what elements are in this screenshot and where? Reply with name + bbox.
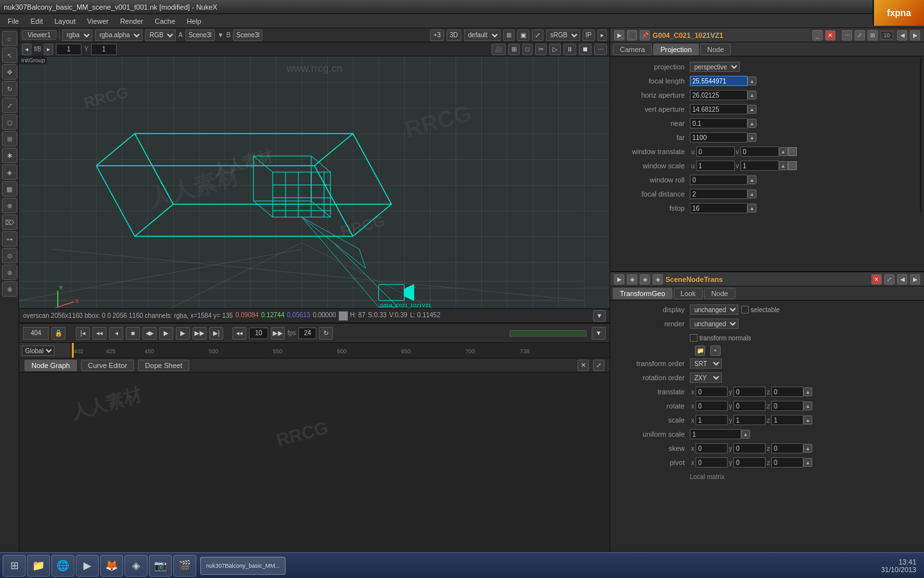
- scale-x[interactable]: [696, 415, 728, 425]
- viewer-tab[interactable]: Viewer1: [22, 30, 56, 40]
- prop-focal-input[interactable]: [690, 76, 748, 86]
- tp-play[interactable]: ▶: [159, 327, 173, 340]
- props-p2[interactable]: ▶: [910, 30, 920, 40]
- plus3-btn[interactable]: +3: [430, 30, 443, 41]
- scale-y[interactable]: [733, 415, 766, 425]
- toolbar-t7[interactable]: ⌦: [2, 215, 17, 230]
- scale-z[interactable]: [771, 415, 803, 425]
- scene-torder-select[interactable]: SRT: [690, 358, 722, 369]
- tp-prev[interactable]: ◂: [109, 327, 123, 340]
- clip-btn[interactable]: ✂: [535, 44, 547, 55]
- ng-close[interactable]: ✕: [578, 360, 589, 371]
- focal-arrow[interactable]: ▲: [748, 76, 757, 85]
- timeline-bar[interactable]: Global 402 425 450 500 550 600 650: [19, 343, 610, 358]
- aspect-btn[interactable]: ▣: [517, 30, 529, 41]
- skew-x[interactable]: [696, 443, 728, 453]
- tp-stop[interactable]: ■: [126, 327, 140, 340]
- toolbar-select[interactable]: ↖: [2, 48, 17, 63]
- menu-edit[interactable]: Edit: [26, 16, 48, 26]
- far-arrow[interactable]: ▲: [748, 133, 757, 142]
- wt-arrow[interactable]: ▲: [779, 147, 788, 156]
- prop-focaldist-input[interactable]: [690, 189, 748, 199]
- props-pin[interactable]: 📌: [640, 30, 650, 40]
- channel-select[interactable]: rgba: [62, 30, 92, 41]
- uscale-arrow[interactable]: ▲: [741, 430, 750, 439]
- taskbar-active-window[interactable]: nuk307Balcony_basic_MM...: [200, 557, 286, 575]
- ws-v-input[interactable]: [740, 161, 779, 171]
- next-frame-btn[interactable]: ▸: [44, 44, 53, 55]
- tab-curve-editor[interactable]: Curve Editor: [81, 360, 134, 371]
- snap-btn[interactable]: ⊞: [503, 30, 515, 41]
- scene-p2[interactable]: ▶: [910, 274, 920, 285]
- prop-vaperture-input[interactable]: [690, 104, 748, 114]
- haperture-arrow[interactable]: ▲: [748, 91, 757, 100]
- channel-b-select[interactable]: rgba.alpha: [95, 30, 142, 41]
- near-arrow[interactable]: ▲: [748, 119, 757, 128]
- ptab-camera[interactable]: Camera: [613, 44, 652, 55]
- taskbar-app3[interactable]: 🎬: [173, 555, 196, 577]
- bbox-btn[interactable]: □: [522, 44, 533, 55]
- fstop-arrow[interactable]: ▲: [748, 204, 757, 213]
- props-expand[interactable]: ⤢: [855, 30, 865, 40]
- a-input[interactable]: Scene3l: [185, 30, 215, 41]
- wt-u-input[interactable]: [696, 146, 735, 157]
- prop-far-input[interactable]: [690, 132, 748, 143]
- tp-begin[interactable]: |◂: [76, 327, 90, 340]
- menu-viewer[interactable]: Viewer: [82, 16, 114, 26]
- menu-render[interactable]: Render: [115, 16, 148, 26]
- prop-haperture-input[interactable]: [690, 90, 748, 100]
- tab-node-graph[interactable]: Node Graph: [24, 360, 77, 371]
- taskbar-app2[interactable]: 📷: [149, 555, 172, 577]
- taskbar-ff[interactable]: 🦊: [100, 555, 123, 577]
- y-value-input[interactable]: [91, 44, 117, 55]
- tp-loop[interactable]: ↻: [319, 327, 333, 340]
- toolbar-t10[interactable]: ⊛: [2, 265, 17, 280]
- props-close-r[interactable]: ✕: [825, 30, 835, 40]
- mode-select[interactable]: default: [464, 30, 501, 41]
- scene-p1[interactable]: ◀: [897, 274, 907, 285]
- start-btn[interactable]: ⊞: [3, 555, 26, 577]
- prev-frame-btn[interactable]: ◂: [22, 44, 31, 55]
- tp-play-back[interactable]: ◂▶: [142, 327, 157, 340]
- pivot-x[interactable]: [696, 457, 728, 468]
- skew-z[interactable]: [771, 443, 803, 453]
- viewport-3d[interactable]: RRCG 人人素材 RRCG: [19, 57, 610, 308]
- toolbar-t3[interactable]: ✱: [2, 148, 17, 163]
- pivot-y[interactable]: [733, 457, 766, 468]
- tp-prev-kf[interactable]: ◂◂: [92, 327, 107, 340]
- scene-icon-folder[interactable]: 📁: [695, 346, 705, 356]
- toolbar-home[interactable]: ⌂: [2, 31, 17, 46]
- menu-layout[interactable]: Layout: [49, 16, 81, 26]
- ptab-node[interactable]: Node: [700, 44, 731, 55]
- toolbar-t6[interactable]: ⊕: [2, 198, 17, 213]
- stop-btn[interactable]: ⏹: [579, 44, 592, 55]
- frame-display[interactable]: 404: [23, 327, 49, 340]
- focaldist-arrow[interactable]: ▲: [748, 189, 757, 198]
- scene-display-select[interactable]: unchanged: [690, 304, 739, 315]
- grid-btn[interactable]: ⊞: [508, 44, 520, 55]
- translate-y[interactable]: [733, 387, 766, 397]
- taskbar-app1[interactable]: ◈: [124, 555, 148, 577]
- toolbar-t9[interactable]: ⊙: [2, 248, 17, 263]
- toolbar-scale[interactable]: ⤢: [2, 98, 17, 113]
- mode3d-btn[interactable]: 3D: [447, 30, 461, 41]
- toolbar-rotate[interactable]: ↻: [2, 81, 17, 96]
- scene-close[interactable]: ✕: [871, 274, 882, 285]
- toolbar-t4[interactable]: ◈: [2, 164, 17, 180]
- taskbar-explorer[interactable]: 📁: [27, 555, 50, 577]
- tp-next-alt[interactable]: ▶▶: [271, 327, 285, 340]
- translate-z[interactable]: [771, 387, 803, 397]
- viewer-settings[interactable]: ▼: [593, 310, 606, 322]
- tab-dope-sheet[interactable]: Dope Sheet: [138, 360, 189, 371]
- props-p1[interactable]: ◀: [897, 30, 907, 40]
- maximize-viewer[interactable]: ⤢: [532, 30, 543, 41]
- ng-expand[interactable]: ⤢: [593, 360, 604, 371]
- taskbar-media[interactable]: ▶: [76, 555, 99, 577]
- node-graph-canvas[interactable]: 人人素材 RRCG: [19, 372, 610, 578]
- scene-icon-add[interactable]: +: [710, 346, 721, 356]
- ptab-projection[interactable]: Projection: [653, 44, 699, 55]
- translate-x[interactable]: [696, 387, 728, 397]
- ws-arrow[interactable]: ▲: [779, 161, 788, 170]
- tp-extra[interactable]: ▼: [592, 327, 606, 340]
- fps-value[interactable]: 24: [298, 328, 316, 339]
